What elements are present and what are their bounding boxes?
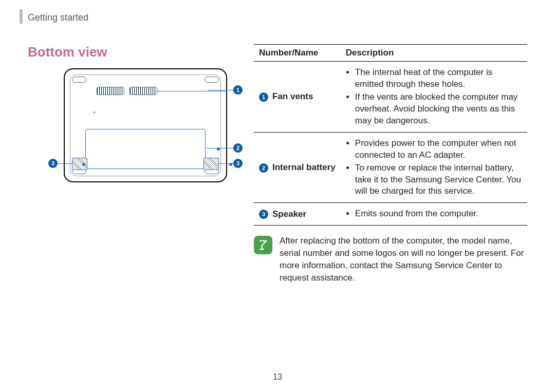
internal-battery-outline [85, 129, 206, 169]
table-header-description: Description [341, 45, 527, 62]
part-name: Fan vents [272, 91, 313, 101]
page-content: Bottom view [28, 44, 527, 284]
section-title: Bottom view [28, 44, 242, 60]
right-column: Number/Name Description 1Fan vents The i… [254, 44, 527, 284]
row-label: 2Internal battery [254, 132, 341, 203]
bullet-text: Provides power to the computer when not … [355, 138, 522, 161]
bullet-text: To remove or replace the internal batter… [355, 162, 522, 198]
screw-hole [94, 111, 95, 113]
speaker-grille [203, 158, 219, 170]
leader-line [207, 148, 233, 148]
row-label: 3Speaker [254, 203, 341, 226]
leader-line [58, 163, 72, 164]
row-description: Provides power to the computer when not … [341, 132, 527, 203]
laptop-bottom-outline [64, 68, 227, 182]
bottom-view-diagram: 1 2 3 3 [53, 68, 249, 192]
table-row: 1Fan vents The internal heat of the comp… [254, 62, 527, 133]
note-icon [254, 236, 272, 254]
leader-dot [229, 163, 232, 166]
left-column: Bottom view [28, 44, 254, 284]
table-header-number-name: Number/Name [254, 45, 341, 62]
rubber-foot [205, 77, 219, 83]
callout-badge-3: 3 [48, 159, 58, 168]
number-badge: 1 [259, 92, 268, 102]
page-number: 13 [0, 372, 555, 382]
breadcrumb: Getting started [28, 12, 88, 23]
part-name: Internal battery [272, 162, 336, 172]
number-badge: 3 [259, 210, 268, 219]
bullet-text: If the vents are blocked the computer ma… [355, 91, 522, 127]
callout-badge-3: 3 [233, 159, 243, 168]
bullet-text: The internal heat of the computer is emi… [355, 67, 522, 90]
parts-table: Number/Name Description 1Fan vents The i… [254, 44, 527, 226]
fan-vent [97, 87, 124, 95]
leader-line [157, 91, 227, 91]
table-row: 3Speaker Emits sound from the computer. [254, 203, 527, 226]
fan-vent [130, 87, 157, 95]
bullet-text: Emits sound from the computer. [355, 208, 522, 220]
row-description: Emits sound from the computer. [341, 203, 527, 226]
note-block: After replacing the bottom of the comput… [254, 235, 527, 284]
leader-dot [217, 147, 220, 151]
leader-dot [82, 163, 85, 166]
callout-badge-2: 2 [233, 143, 243, 153]
part-name: Speaker [272, 209, 306, 219]
table-row: 2Internal battery Provides power to the … [254, 132, 527, 203]
callout-badge-1: 1 [233, 85, 243, 95]
row-label: 1Fan vents [254, 62, 341, 133]
leader-line [208, 90, 233, 90]
header-accent [20, 9, 23, 24]
number-badge: 2 [259, 163, 268, 173]
rubber-foot [72, 77, 86, 83]
note-text: After replacing the bottom of the comput… [280, 235, 527, 284]
row-description: The internal heat of the computer is emi… [341, 62, 527, 133]
